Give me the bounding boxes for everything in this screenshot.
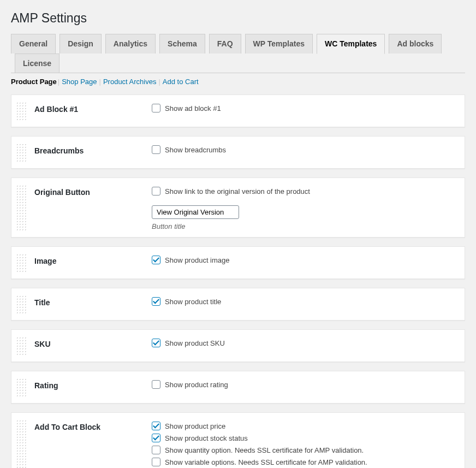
section-add-to-cart: Add To Cart Block Show product priceShow… bbox=[11, 412, 465, 468]
section-original-button: Original Button Show link to the origina… bbox=[11, 177, 465, 238]
show-product-rating-checkbox[interactable] bbox=[152, 380, 160, 389]
checkbox-label[interactable]: Show ad block #1 bbox=[165, 104, 221, 112]
checkbox-label[interactable]: Show product SKU bbox=[165, 339, 225, 347]
checkbox-label[interactable]: Show product image bbox=[165, 256, 230, 264]
drag-handle-icon[interactable] bbox=[16, 253, 27, 272]
drag-handle-icon[interactable] bbox=[16, 102, 27, 120]
section-title: Title Show product title bbox=[11, 288, 465, 321]
subtab-product-page[interactable]: Product Page bbox=[11, 78, 57, 86]
section-heading: Image bbox=[34, 253, 152, 265]
checkbox-label[interactable]: Show product title bbox=[165, 298, 221, 306]
show-product-title-checkbox[interactable] bbox=[152, 297, 160, 306]
section-ad-block: Ad Block #1 Show ad block #1 bbox=[11, 94, 465, 127]
section-heading: Add To Cart Block bbox=[34, 419, 152, 431]
tab-ad-blocks[interactable]: Ad blocks bbox=[389, 34, 442, 54]
section-rating: Rating Show product rating bbox=[11, 371, 465, 404]
drag-handle-icon[interactable] bbox=[16, 295, 27, 313]
show-breadcrumbs-checkbox[interactable] bbox=[152, 145, 160, 154]
add-to-cart-option-checkbox[interactable] bbox=[152, 422, 160, 430]
checkbox-label[interactable]: Show product rating bbox=[165, 381, 228, 389]
tab-design[interactable]: Design bbox=[59, 34, 102, 54]
tab-schema[interactable]: Schema bbox=[159, 34, 205, 54]
drag-handle-icon[interactable] bbox=[16, 185, 27, 230]
tab-analytics[interactable]: Analytics bbox=[105, 34, 156, 54]
add-to-cart-option-checkbox[interactable] bbox=[152, 446, 160, 454]
section-heading: SKU bbox=[34, 336, 152, 348]
add-to-cart-option-checkbox[interactable] bbox=[152, 434, 160, 442]
field-description: Button title bbox=[152, 222, 458, 230]
button-title-input[interactable] bbox=[152, 205, 239, 219]
section-image: Image Show product image bbox=[11, 246, 465, 279]
tab-general[interactable]: General bbox=[11, 34, 56, 54]
section-heading: Rating bbox=[34, 378, 152, 390]
show-original-link-checkbox[interactable] bbox=[152, 187, 160, 196]
section-heading: Breadcrumbs bbox=[34, 143, 152, 155]
checkbox-label[interactable]: Show quantity option. Needs SSL certific… bbox=[165, 446, 364, 454]
checkbox-label[interactable]: Show link to the original version of the… bbox=[165, 187, 310, 196]
show-product-sku-checkbox[interactable] bbox=[152, 339, 160, 347]
section-sku: SKU Show product SKU bbox=[11, 329, 465, 362]
tab-faq[interactable]: FAQ bbox=[209, 34, 241, 54]
nav-tabs: GeneralDesignAnalyticsSchemaFAQWP Templa… bbox=[11, 29, 465, 73]
tab-license[interactable]: License bbox=[15, 54, 59, 73]
show-product-image-checkbox[interactable] bbox=[152, 256, 160, 264]
drag-handle-icon[interactable] bbox=[16, 336, 27, 355]
checkbox-label[interactable]: Show product stock status bbox=[165, 434, 248, 442]
section-heading: Ad Block #1 bbox=[34, 102, 152, 114]
drag-handle-icon[interactable] bbox=[16, 378, 27, 396]
subtab-shop-page[interactable]: Shop Page bbox=[61, 78, 98, 86]
subtab-add-to-cart[interactable]: Add to Cart bbox=[162, 78, 200, 86]
tab-wc-templates[interactable]: WC Templates bbox=[317, 34, 385, 54]
section-heading: Title bbox=[34, 295, 152, 307]
add-to-cart-option-checkbox[interactable] bbox=[152, 458, 160, 466]
separator: | bbox=[157, 78, 161, 86]
page-title: AMP Settings bbox=[11, 5, 465, 29]
separator: | bbox=[57, 78, 61, 86]
drag-handle-icon[interactable] bbox=[16, 143, 27, 162]
tab-wp-templates[interactable]: WP Templates bbox=[245, 34, 313, 54]
section-heading: Original Button bbox=[34, 185, 152, 197]
subtab-product-archives[interactable]: Product Archives bbox=[102, 78, 158, 86]
checkbox-label[interactable]: Show breadcrumbs bbox=[165, 146, 226, 154]
checkbox-label[interactable]: Show variable options. Needs SSL certifi… bbox=[165, 458, 367, 466]
separator: | bbox=[98, 78, 102, 86]
sub-nav: Product Page | Shop Page | Product Archi… bbox=[11, 78, 465, 86]
drag-handle-icon[interactable] bbox=[16, 419, 27, 468]
checkbox-label[interactable]: Show product price bbox=[165, 422, 225, 430]
show-ad-block-checkbox[interactable] bbox=[152, 104, 160, 112]
section-breadcrumbs: Breadcrumbs Show breadcrumbs bbox=[11, 136, 465, 169]
